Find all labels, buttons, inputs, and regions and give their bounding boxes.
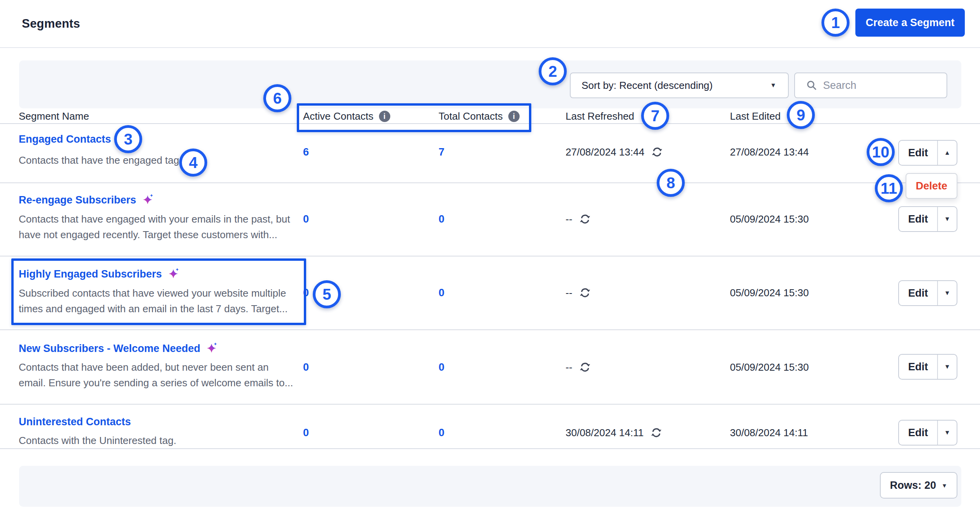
info-icon[interactable]: i bbox=[379, 111, 390, 122]
segment-name-link[interactable]: Highly Engaged Subscribers bbox=[19, 266, 180, 282]
chevron-down-icon: ▼ bbox=[944, 429, 950, 436]
active-contacts-value[interactable]: 0 bbox=[303, 359, 309, 375]
annotation-circle-8: 8 bbox=[657, 169, 685, 197]
last-refreshed-value: 30/08/2024 14:11 bbox=[566, 424, 643, 441]
total-contacts-value[interactable]: 0 bbox=[439, 424, 444, 441]
active-contacts-value[interactable]: 0 bbox=[303, 424, 309, 441]
refresh-icon[interactable] bbox=[651, 146, 663, 158]
column-header-total-contacts: Total Contacts i bbox=[439, 108, 520, 124]
segment-description: Contacts that have the engaged tag bbox=[19, 152, 179, 168]
edit-button[interactable]: Edit bbox=[899, 141, 937, 165]
search-icon bbox=[806, 80, 818, 91]
segments-page: Segments Create a Segment Sort by: Recen… bbox=[0, 0, 980, 527]
last-edited-value: 30/08/2024 14:11 bbox=[730, 424, 808, 441]
delete-menu-item[interactable]: Delete bbox=[916, 180, 947, 192]
info-icon[interactable]: i bbox=[508, 111, 520, 122]
segment-name-link[interactable]: New Subscribers - Welcome Needed bbox=[19, 340, 218, 357]
segment-description: Contacts with the Uninterested tag. bbox=[19, 433, 176, 448]
segment-description: Contacts that have been added, but never… bbox=[19, 359, 293, 391]
annotation-circle-3: 3 bbox=[114, 125, 142, 153]
table-row: Highly Engaged Subscribers Subscribed co… bbox=[0, 256, 980, 330]
table-header-row: Segment Name Active Contacts i Total Con… bbox=[0, 108, 980, 124]
edit-button[interactable]: Edit bbox=[899, 355, 937, 379]
last-edited-value: 05/09/2024 15:30 bbox=[730, 211, 809, 227]
edit-menu-toggle[interactable]: ▼ bbox=[937, 281, 957, 305]
active-contacts-value[interactable]: 6 bbox=[303, 144, 309, 160]
ai-sparkle-icon bbox=[141, 193, 154, 207]
refresh-icon[interactable] bbox=[579, 213, 591, 225]
table-row: Uninterested Contacts Contacts with the … bbox=[0, 405, 980, 449]
last-refreshed-value: -- bbox=[566, 359, 572, 375]
edit-dropdown-menu: Delete bbox=[906, 173, 957, 199]
edit-button[interactable]: Edit bbox=[899, 281, 937, 305]
total-contacts-value[interactable]: 0 bbox=[439, 285, 444, 301]
chevron-down-icon: ▼ bbox=[941, 482, 947, 489]
rows-per-page-dropdown[interactable]: Rows: 20 ▼ bbox=[880, 472, 957, 499]
annotation-circle-11: 11 bbox=[875, 174, 903, 202]
edit-split-button: Edit ▼ bbox=[898, 354, 957, 380]
page-title: Segments bbox=[22, 0, 80, 47]
last-edited-value: 27/08/2024 13:44 bbox=[730, 144, 809, 160]
last-edited-value: 05/09/2024 15:30 bbox=[730, 285, 809, 301]
annotation-circle-2: 2 bbox=[539, 57, 567, 85]
active-contacts-value[interactable]: 0 bbox=[303, 285, 309, 301]
column-header-last-edited: Last Edited bbox=[730, 108, 781, 124]
chevron-up-icon: ▲ bbox=[944, 149, 950, 156]
search-box[interactable] bbox=[794, 73, 947, 98]
edit-split-button: Edit ▼ bbox=[898, 420, 957, 446]
chevron-down-icon: ▼ bbox=[770, 82, 776, 89]
create-segment-label: Create a Segment bbox=[865, 17, 954, 29]
refresh-icon[interactable] bbox=[579, 361, 591, 373]
sort-by-dropdown[interactable]: Sort by: Recent (descending) ▼ bbox=[570, 73, 789, 98]
pagination-strip bbox=[19, 466, 961, 507]
edit-button[interactable]: Edit bbox=[899, 421, 937, 445]
annotation-circle-9: 9 bbox=[787, 101, 815, 129]
column-header-segment-name: Segment Name bbox=[19, 108, 89, 124]
table-row: Re-engage Subscribers Contacts that have… bbox=[0, 183, 980, 256]
ai-sparkle-icon bbox=[205, 342, 218, 355]
refresh-icon[interactable] bbox=[579, 287, 591, 299]
rows-per-page-label: Rows: 20 bbox=[890, 479, 936, 492]
last-edited-value: 05/09/2024 15:30 bbox=[730, 359, 809, 375]
segment-description: Contacts that have engaged with your ema… bbox=[19, 211, 290, 242]
annotation-circle-7: 7 bbox=[641, 102, 669, 130]
refresh-icon[interactable] bbox=[650, 427, 662, 439]
column-header-active-contacts: Active Contacts i bbox=[303, 108, 390, 124]
last-refreshed-value: -- bbox=[566, 285, 572, 301]
table-row: New Subscribers - Welcome Needed Contact… bbox=[0, 330, 980, 405]
sort-by-value: Sort by: Recent (descending) bbox=[582, 80, 713, 92]
table-row: Engaged Contacts Contacts that have the … bbox=[0, 124, 980, 183]
edit-split-button: Edit ▲ bbox=[898, 140, 957, 166]
segment-description: Subscribed contacts that have viewed you… bbox=[19, 285, 287, 317]
last-refreshed-value: -- bbox=[566, 211, 572, 227]
create-segment-button[interactable]: Create a Segment bbox=[855, 9, 965, 37]
annotation-circle-4: 4 bbox=[179, 149, 207, 177]
edit-split-button: Edit ▼ bbox=[898, 206, 957, 232]
edit-menu-toggle[interactable]: ▼ bbox=[937, 207, 957, 231]
total-contacts-value[interactable]: 0 bbox=[439, 211, 444, 227]
chevron-down-icon: ▼ bbox=[944, 363, 950, 370]
segment-name-link[interactable]: Engaged Contacts bbox=[19, 131, 111, 147]
edit-menu-toggle[interactable]: ▼ bbox=[937, 355, 957, 379]
segment-name-link[interactable]: Re-engage Subscribers bbox=[19, 192, 154, 208]
active-contacts-value[interactable]: 0 bbox=[303, 211, 309, 227]
search-input[interactable] bbox=[823, 80, 939, 92]
segment-name-link[interactable]: Uninterested Contacts bbox=[19, 414, 131, 430]
last-refreshed-value: 27/08/2024 13:44 bbox=[566, 144, 644, 160]
edit-menu-toggle[interactable]: ▼ bbox=[937, 421, 957, 445]
annotation-circle-10: 10 bbox=[867, 138, 895, 166]
edit-button[interactable]: Edit bbox=[899, 207, 937, 231]
chevron-down-icon: ▼ bbox=[944, 290, 950, 297]
annotation-circle-6: 6 bbox=[263, 84, 291, 112]
annotation-circle-1: 1 bbox=[821, 9, 850, 37]
annotation-circle-5: 5 bbox=[313, 280, 341, 308]
edit-split-button: Edit ▼ bbox=[898, 280, 957, 306]
ai-sparkle-icon bbox=[167, 267, 180, 281]
chevron-down-icon: ▼ bbox=[944, 216, 950, 223]
edit-menu-toggle[interactable]: ▲ bbox=[937, 141, 957, 165]
column-header-last-refreshed: Last Refreshed bbox=[566, 108, 634, 124]
total-contacts-value[interactable]: 7 bbox=[439, 144, 444, 160]
total-contacts-value[interactable]: 0 bbox=[439, 359, 444, 375]
